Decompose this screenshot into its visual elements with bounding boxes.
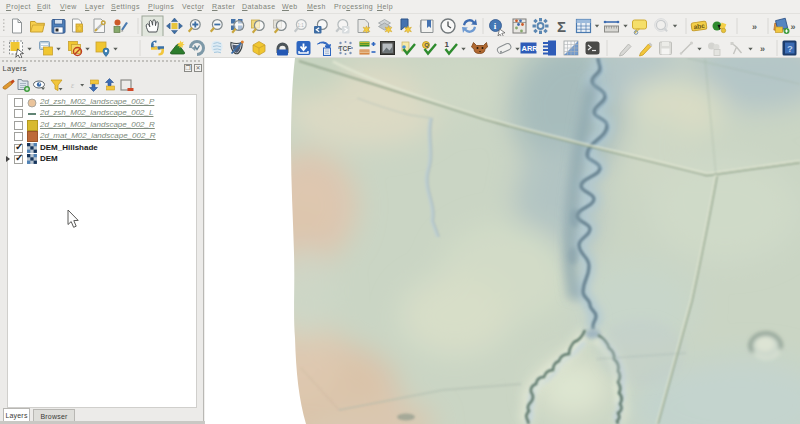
svg-text:ARR: ARR bbox=[522, 44, 539, 53]
svg-text:»: » bbox=[752, 22, 757, 32]
svg-text:Q: Q bbox=[424, 42, 429, 48]
svg-text:?: ? bbox=[787, 43, 793, 54]
svg-text:»: » bbox=[791, 22, 796, 32]
svg-text:1:1: 1:1 bbox=[298, 23, 305, 28]
svg-text:1: 1 bbox=[445, 40, 450, 49]
svg-text:Σ: Σ bbox=[557, 18, 566, 35]
svg-text:»: » bbox=[760, 44, 765, 54]
svg-text:ε: ε bbox=[71, 81, 75, 90]
svg-text:TCF: TCF bbox=[339, 45, 352, 52]
